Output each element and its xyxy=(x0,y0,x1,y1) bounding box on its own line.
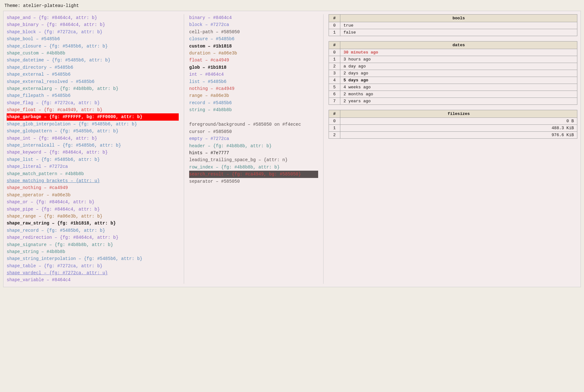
col1-line: shape_externalarg – {fg: #4b8b8b, attr: … xyxy=(7,85,179,92)
theme-label: Theme: atelier-plateau-light xyxy=(3,3,581,8)
table-row: 45 days ago xyxy=(329,77,577,84)
col2-line: duration – #a06e3b xyxy=(189,50,318,57)
col1-line: shape_external_resolved – #5485b6 xyxy=(7,78,179,85)
col1-line: shape_bool – #5485b6 xyxy=(7,35,179,42)
table-row: 62 months ago xyxy=(329,91,577,98)
col1-line: shape_match_pattern – #4b8b8b xyxy=(7,170,179,177)
filesizes-table: # filesizes 00 B1488.3 KiB2976.6 KiB xyxy=(329,110,577,139)
col1-line: shape_binary – {fg: #8464c4, attr: b} xyxy=(7,21,179,28)
table-row: 1false xyxy=(329,29,577,36)
bools-table: # bools 0true1false xyxy=(329,14,577,36)
bools-col-title: bools xyxy=(340,15,577,22)
col2-line: range – #a06e3b xyxy=(189,92,318,99)
bools-col-hash: # xyxy=(329,15,340,22)
table-row: 32 days ago xyxy=(329,70,577,77)
col1-line: shape_literal – #7272ca xyxy=(7,163,179,170)
col1-line: shape_keyword – {fg: #8464c4, attr: b} xyxy=(7,149,179,156)
col1-line: shape_raw_string – {fg: #1b1818, attr: b… xyxy=(7,220,179,227)
col2-line: int – #8464c4 xyxy=(189,71,318,78)
dates-col-title: dates xyxy=(340,41,577,49)
table-row: 2976.6 KiB xyxy=(329,132,577,139)
col1-line: shape_operator – #a06e3b xyxy=(7,192,179,199)
col2-line: float – #ca4949 xyxy=(189,57,318,64)
col1-line: shape_string_interpolation – {fg: #5485b… xyxy=(7,255,179,262)
col1-line: shape_float – {fg: #ca4949, attr: b} xyxy=(7,106,179,113)
col2-line: hints – #7e7777 xyxy=(189,149,318,156)
col1-line: shape_directory – #5485b6 xyxy=(7,64,179,71)
col1-line: shape_datetime – {fg: #5485b6, attr: b} xyxy=(7,57,179,64)
col1-line: shape_glob_interpolation – {fg: #5485b6,… xyxy=(7,121,179,128)
main-container: shape_and – {fg: #8464c4, attr: b}shape_… xyxy=(3,11,581,287)
table-row: 54 weeks ago xyxy=(329,84,577,91)
col1-line: shape_string – #4b8b8b xyxy=(7,248,179,255)
table-row: 1488.3 KiB xyxy=(329,125,577,132)
col2-line: string – #4b8b8b xyxy=(189,106,318,113)
col1-line: shape_nothing – #ca4949 xyxy=(7,184,179,191)
col2-line: closure – #5485b6 xyxy=(189,35,318,42)
col2-line: header – {fg: #4b8b8b, attr: b} xyxy=(189,142,318,149)
col1: shape_and – {fg: #8464c4, attr: b}shape_… xyxy=(7,14,184,284)
col1-line: shape_matching_brackets – {attr: u} xyxy=(7,177,179,184)
col2-line: glob – #1b1818 xyxy=(189,64,318,71)
filesizes-col-title: filesizes xyxy=(340,110,577,118)
col1-line: shape_range – {fg: #a06e3b, attr: b} xyxy=(7,213,179,220)
table-row: 00 B xyxy=(329,118,577,125)
col2-line: binary – #8464c4 xyxy=(189,14,318,21)
table-row: 72 years ago xyxy=(329,98,577,105)
col1-line: shape_pipe – {fg: #8464c4, attr: b} xyxy=(7,206,179,213)
table-row: 2a day ago xyxy=(329,63,577,70)
table-row: 0true xyxy=(329,22,577,29)
col1-line: shape_int – {fg: #8464c4, attr: b} xyxy=(7,135,179,142)
col2: binary – #8464c4block – #7272cacell-path… xyxy=(184,14,324,284)
filesizes-col-hash: # xyxy=(329,110,340,118)
col2-line: cell-path – #585050 xyxy=(189,28,318,35)
col1-line: shape_record – {fg: #5485b6, attr: b} xyxy=(7,227,179,234)
col2-line: block – #7272ca xyxy=(189,21,318,28)
col2-line: search_result – {fg: #ca4949, bg: #58505… xyxy=(189,171,318,178)
col2-line: nothing – #ca4949 xyxy=(189,85,318,92)
col1-line: shape_filepath – #5485b6 xyxy=(7,92,179,99)
col1-line: shape_variable – #8464c4 xyxy=(7,276,179,283)
col1-line: shape_globpattern – {fg: #5485b6, attr: … xyxy=(7,128,179,135)
col1-line: shape_garbage – {fg: #FFFFFF, bg: #FF000… xyxy=(7,113,179,120)
col2-line: cursor – #585050 xyxy=(189,128,318,135)
col1-line: shape_internalcall – {fg: #5485b6, attr:… xyxy=(7,142,179,149)
col2-line: custom – #1b1818 xyxy=(189,43,318,50)
col2-line: empty – #7272ca xyxy=(189,135,318,142)
col1-line: shape_or – {fg: #8464c4, attr: b} xyxy=(7,199,179,205)
col1-line: shape_custom – #4b8b8b xyxy=(7,50,179,57)
col1-line: shape_signature – {fg: #4b8b8b, attr: b} xyxy=(7,241,179,248)
dates-table: # dates 030 minutes ago13 hours ago2a da… xyxy=(329,41,577,105)
table-row: 030 minutes ago xyxy=(329,49,577,56)
col3: # bools 0true1false # dates 030 minutes … xyxy=(324,14,577,284)
col2-line: row_index – {fg: #4b8b8b, attr: b} xyxy=(189,164,318,171)
col1-line: shape_external – #5485b6 xyxy=(7,71,179,78)
col1-line: shape_vardecl – {fg: #7272ca, attr: u} xyxy=(7,269,179,276)
col2-line: list – #5485b6 xyxy=(189,78,318,85)
col1-line: shape_and – {fg: #8464c4, attr: b} xyxy=(7,14,179,21)
col2-line: separator – #585050 xyxy=(189,178,318,185)
dates-col-hash: # xyxy=(329,41,340,49)
col1-line: shape_redirection – {fg: #8464c4, attr: … xyxy=(7,234,179,241)
col1-line: shape_list – {fg: #5485b6, attr: b} xyxy=(7,156,179,163)
col1-line: shape_flag – {fg: #7272ca, attr: b} xyxy=(7,99,179,106)
col1-line: shape_closure – {fg: #5485b6, attr: b} xyxy=(7,43,179,50)
col1-line: shape_block – {fg: #7272ca, attr: b} xyxy=(7,28,179,35)
table-row: 13 hours ago xyxy=(329,56,577,63)
col2-line: leading_trailing_space_bg – {attr: n} xyxy=(189,156,318,163)
col1-line: shape_table – {fg: #7272ca, attr: b} xyxy=(7,262,179,269)
col2-line: record – #5485b6 xyxy=(189,99,318,106)
col2-line: foreground/background – #585050 on #f4ec… xyxy=(189,121,318,128)
